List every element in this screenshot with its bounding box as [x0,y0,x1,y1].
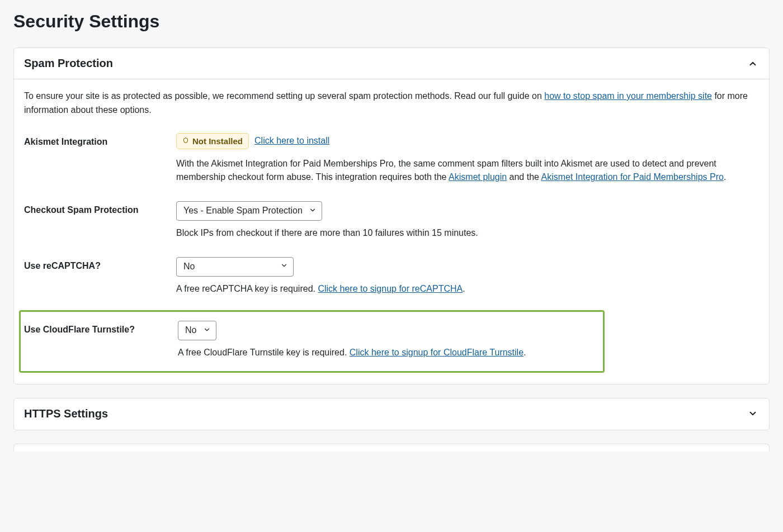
link-signup-recaptcha[interactable]: Click here to signup for reCAPTCHA [318,284,463,293]
select-wrap-turnstile: No [178,321,216,340]
akismet-desc: With the Akismet Integration for Paid Me… [176,157,759,185]
link-akismet-integration[interactable]: Akismet Integration for Paid Memberships… [541,172,724,182]
help-recaptcha: A free reCAPTCHA key is required. Click … [176,282,759,296]
link-akismet-plugin[interactable]: Akismet plugin [449,172,507,182]
help-checkout-spam: Block IPs from checkout if there are mor… [176,226,759,240]
field-label-col: Checkout Spam Protection [24,201,169,215]
help-turnstile: A free CloudFlare Turnstile key is requi… [178,346,600,360]
label-recaptcha: Use reCAPTCHA? [24,261,101,270]
panel-header-https[interactable]: HTTPS Settings [14,398,769,430]
akismet-badge-row: Not Installed Click here to install [176,133,759,149]
status-badge-text: Not Installed [192,136,243,146]
select-turnstile[interactable]: No [178,321,216,340]
panel-header-spam[interactable]: Spam Protection [14,48,769,79]
select-wrap-recaptcha: No [176,257,294,277]
field-value-col: Not Installed Click here to install With… [176,133,759,185]
help-turnstile-before: A free CloudFlare Turnstile key is requi… [178,348,350,357]
link-spam-guide[interactable]: how to stop spam in your membership site [544,91,712,101]
page-title: Security Settings [13,11,770,32]
field-value-col: Yes - Enable Spam Protection Block IPs f… [176,201,759,240]
field-value-col: No A free reCAPTCHA key is required. Cli… [176,257,759,296]
intro-text: To ensure your site is as protected as p… [24,89,759,117]
label-akismet: Akismet Integration [24,137,107,146]
status-badge-not-installed: Not Installed [176,133,249,149]
panel-next [13,444,770,452]
help-recaptcha-after: . [463,284,465,293]
field-value-col: No A free CloudFlare Turnstile key is re… [178,321,600,360]
chevron-up-icon [747,58,759,70]
panel-https-settings: HTTPS Settings [13,398,770,430]
field-label-col: Akismet Integration [24,133,169,147]
field-akismet: Akismet Integration Not Installed Click … [24,131,759,200]
panel-title-spam: Spam Protection [24,57,113,70]
select-checkout-spam[interactable]: Yes - Enable Spam Protection [176,201,322,221]
panel-spam-protection: Spam Protection To ensure your site is a… [13,48,770,384]
label-checkout-spam: Checkout Spam Protection [24,205,138,215]
panel-title-https: HTTPS Settings [24,407,108,420]
akismet-desc-after: . [724,172,726,182]
help-recaptcha-before: A free reCAPTCHA key is required. [176,284,318,293]
intro-text-before: To ensure your site is as protected as p… [24,91,544,101]
label-turnstile: Use CloudFlare Turnstile? [24,325,135,334]
chevron-down-icon [747,407,759,420]
link-install-akismet[interactable]: Click here to install [254,136,329,146]
field-turnstile: Use CloudFlare Turnstile? No A free Clou… [19,310,605,373]
field-label-col: Use CloudFlare Turnstile? [24,321,171,335]
select-wrap-checkout: Yes - Enable Spam Protection [176,201,322,221]
field-label-col: Use reCAPTCHA? [24,257,169,271]
link-signup-turnstile[interactable]: Click here to signup for CloudFlare Turn… [350,348,523,357]
field-recaptcha: Use reCAPTCHA? No A free reCAPTCHA key i… [24,255,759,311]
field-checkout-spam: Checkout Spam Protection Yes - Enable Sp… [24,199,759,255]
akismet-desc-between: and the [507,172,541,182]
panel-body-spam: To ensure your site is as protected as p… [14,79,769,384]
select-recaptcha[interactable]: No [176,257,294,277]
plug-icon [182,137,189,145]
help-turnstile-after: . [523,348,526,357]
